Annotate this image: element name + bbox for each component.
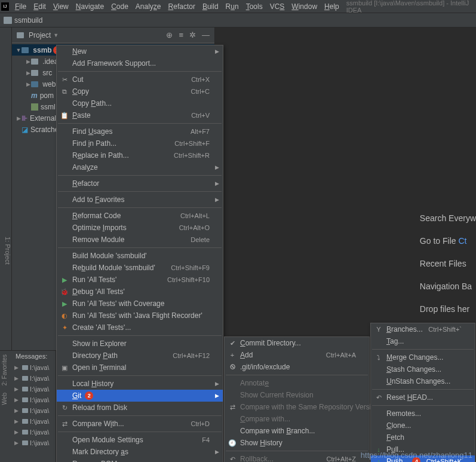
message-row[interactable]: ▶I:\java\ xyxy=(12,405,56,416)
submenu-arrow-icon: ▶ xyxy=(215,197,219,203)
menu-item[interactable]: 🛇.git/info/exclude xyxy=(225,361,369,373)
collapse-icon[interactable]: — xyxy=(202,30,210,39)
menu-item[interactable]: ▶Run 'All Tests' with Coverage xyxy=(57,298,223,310)
menu-file[interactable]: File xyxy=(11,1,30,12)
message-row[interactable]: ▶I:\java\ xyxy=(12,416,56,427)
menu-item[interactable]: Refactor▶ xyxy=(57,178,223,189)
menu-label: Run 'All Tests' with Coverage xyxy=(72,299,164,308)
messages-panel-header[interactable]: Messages: xyxy=(12,350,56,362)
menu-item[interactable]: 🕘Show History xyxy=(225,437,369,449)
menu-label: Find Usages xyxy=(72,127,112,136)
menu-item[interactable]: ✦Create 'All Tests'... xyxy=(57,322,223,334)
message-row[interactable]: ▶I:\java\ xyxy=(12,437,56,448)
file-icon xyxy=(31,103,38,111)
menu-item[interactable]: Show in Explorer xyxy=(57,338,223,350)
menu-item[interactable]: Copy Path... xyxy=(57,97,223,109)
menu-item[interactable]: ▶Run 'All Tests'Ctrl+Shift+F10 xyxy=(57,274,223,286)
shortcut: Delete xyxy=(191,236,210,243)
menu-item[interactable]: Optimize ImportsCtrl+Alt+O xyxy=(57,222,223,234)
menu-run[interactable]: Run xyxy=(222,1,242,12)
message-row[interactable]: ▶I:\java\ xyxy=(12,362,56,373)
menu-item[interactable]: New▶ xyxy=(57,45,223,57)
menu-navigate[interactable]: Navigate xyxy=(72,1,108,12)
breadcrumb-project[interactable]: ssmbuild xyxy=(14,16,42,25)
menu-item[interactable]: Add Framework Support... xyxy=(57,57,223,69)
message-row[interactable]: ▶I:\java\ xyxy=(12,384,56,394)
menu-code[interactable]: Code xyxy=(108,1,132,12)
menu-item[interactable]: Find in Path...Ctrl+Shift+F xyxy=(57,137,223,149)
target-icon[interactable]: ⊕ xyxy=(166,30,173,39)
menu-label: Rebuild Module 'ssmbuild' xyxy=(72,264,155,272)
menu-item[interactable]: Build Module 'ssmbuild' xyxy=(57,250,223,262)
menu-item[interactable]: Compare with Branch... xyxy=(225,425,369,437)
folder-icon xyxy=(31,59,38,65)
menu-item[interactable]: +AddCtrl+Alt+A xyxy=(225,349,369,361)
menu-build[interactable]: Build xyxy=(199,1,222,12)
menu-item[interactable]: Replace in Path...Ctrl+Shift+R xyxy=(57,149,223,161)
menu-item[interactable]: Analyze▶ xyxy=(57,161,223,173)
shortcut: Alt+F7 xyxy=(191,128,210,135)
menu-item[interactable]: Stash Changes... xyxy=(371,363,475,375)
menu-item[interactable]: ⇄Compare With...Ctrl+D xyxy=(57,418,223,430)
sort-icon[interactable]: ≡ xyxy=(179,30,183,39)
menu-analyze[interactable]: Analyze xyxy=(132,1,165,12)
shortcut: Ctrl+Alt+F12 xyxy=(173,352,210,359)
menu-edit[interactable]: Edit xyxy=(30,1,50,12)
menu-item[interactable]: ⤵Merge Changes... xyxy=(371,351,475,363)
shortcut: Ctrl+Shift+R xyxy=(174,152,210,159)
menu-label: Compare With... xyxy=(72,420,124,428)
menu-tools[interactable]: Tools xyxy=(242,1,266,12)
menu-item[interactable]: ✔Commit Directory... xyxy=(225,337,369,349)
menu-item[interactable]: Open Module SettingsF4 xyxy=(57,434,223,446)
menu-item[interactable]: Rebuild Module 'ssmbuild'Ctrl+Shift+F9 xyxy=(57,262,223,274)
menu-label: Create 'All Tests'... xyxy=(72,323,131,332)
menu-label: Reset HEAD... xyxy=(386,393,433,402)
menu-icon: ⇄ xyxy=(60,420,69,428)
menu-item[interactable]: Clone... xyxy=(371,420,475,432)
menu-label: Local History xyxy=(72,380,113,388)
project-panel-title[interactable]: Project xyxy=(29,31,51,39)
menu-item[interactable]: UnStash Changes... xyxy=(371,375,475,387)
message-row[interactable]: ▶I:\java\ xyxy=(12,427,56,437)
submenu-arrow-icon: ▶ xyxy=(215,393,219,399)
menu-item[interactable]: 🐞Debug 'All Tests' xyxy=(57,286,223,298)
menu-label: Compare with the Same Repository Version xyxy=(240,403,379,411)
menu-item[interactable]: ↻Reload from Disk xyxy=(57,402,223,414)
menu-item[interactable]: Tag... xyxy=(371,335,475,347)
menu-item[interactable]: Mark Directory as▶ xyxy=(57,446,223,458)
menu-item[interactable]: Add to Favorites▶ xyxy=(57,194,223,206)
library-icon: ⊪ xyxy=(22,114,27,123)
menu-icon: ⧉ xyxy=(60,88,69,96)
menu-window[interactable]: Window xyxy=(288,1,321,12)
menu-item[interactable]: Git▶2 xyxy=(57,390,223,402)
menu-item[interactable]: ⧉CopyCtrl+C xyxy=(57,85,223,97)
message-row[interactable]: ▶I:\java\ xyxy=(12,394,56,405)
menu-item[interactable]: ◐Run 'All Tests' with 'Java Flight Recor… xyxy=(57,310,223,322)
menu-item[interactable]: Fetch xyxy=(371,432,475,443)
web-tab[interactable]: Web xyxy=(0,389,9,408)
chevron-down-icon[interactable]: ▼ xyxy=(53,32,59,38)
menu-item[interactable]: Local History▶ xyxy=(57,378,223,390)
shortcut: Ctrl+Shift+F9 xyxy=(171,264,210,271)
menu-item[interactable]: Remove ModuleDelete xyxy=(57,234,223,246)
menu-item[interactable]: YBranches...Ctrl+Shift+` xyxy=(371,323,475,335)
menu-refactor[interactable]: Refactor xyxy=(165,1,199,12)
menu-item[interactable]: ▣Open in Terminal xyxy=(57,362,223,374)
menu-item[interactable]: Directory PathCtrl+Alt+F12 xyxy=(57,350,223,362)
menu-item[interactable]: 📋PasteCtrl+V xyxy=(57,109,223,121)
menu-vcs[interactable]: VCS xyxy=(266,1,288,12)
favorites-tab[interactable]: 2: Favorites xyxy=(0,351,9,389)
menu-item[interactable]: Remotes... xyxy=(371,408,475,420)
menu-item[interactable]: Find UsagesAlt+F7 xyxy=(57,126,223,137)
menu-help[interactable]: Help xyxy=(321,1,343,12)
left-sidebar-tabs: 2: Favorites Web xyxy=(0,350,12,462)
menu-item[interactable]: ↶Reset HEAD... xyxy=(371,391,475,403)
message-row[interactable]: ▶I:\java\ xyxy=(12,373,56,384)
menu-label: Show History xyxy=(240,439,282,447)
menu-item[interactable]: ✂CutCtrl+X xyxy=(57,74,223,85)
menu-view[interactable]: View xyxy=(50,1,72,12)
gear-icon[interactable]: ✲ xyxy=(189,30,196,39)
menu-label: Add xyxy=(240,351,253,359)
menu-item[interactable]: Reformat CodeCtrl+Alt+L xyxy=(57,210,223,222)
menu-item[interactable]: Remove BOM xyxy=(57,458,223,462)
